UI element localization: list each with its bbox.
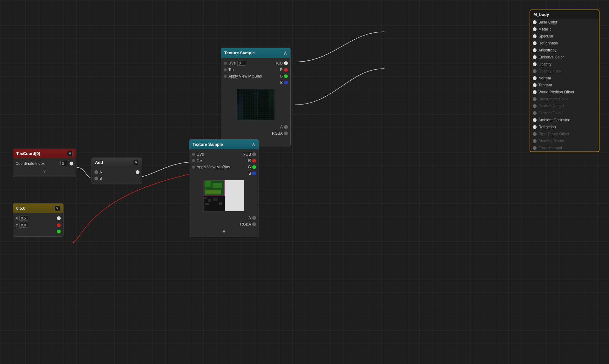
svg-rect-18 [225,180,245,212]
mbody-label-9: Tangent [538,83,552,87]
mbody-dot-0 [533,20,537,24]
mbody-label-13: Custom Data 1 [538,111,564,115]
texture-sample-node-1: Texture Sample ∧ UVs RGB Tex R [221,48,291,146]
texture-sample-1-header: Texture Sample ∧ [221,48,290,58]
tex2-tex-row: Tex R [189,158,259,164]
tex1-b-label: B [280,80,283,85]
tex2-b-label: B [248,171,251,176]
add-a-input-dot [94,170,98,174]
const2-y-label: Y [16,223,18,227]
mbody-label-1: Metallic [538,27,551,31]
mbody-dot-10 [533,90,537,94]
texcoord-coordindex-label: Coordinate Index [16,161,60,166]
const2-dropdown[interactable]: ∨ [54,206,60,211]
mbody-dot-11 [533,97,537,101]
tex2-uvs-input-dot [192,153,195,156]
tex1-a-dot [284,125,288,129]
mbody-label-12: Custom Data 0 [538,104,564,108]
tex1-rgb-dot [284,61,288,65]
mbody-label-5: Emissive Color [538,55,564,59]
mbody-label-15: Refraction [538,125,556,129]
tex2-rgb-label: RGB [243,152,251,157]
add-header: Add ∨ [92,158,142,167]
mbody-dot-9 [533,83,537,87]
texcoord-coordindex-row: Coordinate Index [13,160,76,167]
const2-title: 0.5,0 [16,206,25,211]
mbody-dot-13 [533,111,537,115]
tex2-r-dot [252,159,256,163]
const2-x-input[interactable] [19,216,28,221]
const2-x-row: X [13,215,63,222]
mbody-label-2: Specular [538,34,553,38]
texcoord-expand[interactable]: ∨ [13,167,76,175]
tex1-rgb-label: RGB [274,61,283,65]
mbody-row-specular: Specular [530,33,599,40]
add-node: Add ∨ A B [91,158,142,184]
mbody-row-pixel-depth-offset: Pixel Depth Offset [530,131,599,138]
tex1-b-row: B [221,79,290,86]
mbody-row-world-position-offset: World Position Offset [530,89,599,96]
const2-node: 0.5,0 ∨ X Y [13,203,64,237]
tex2-mip-label: Apply View MipBias [197,165,230,169]
mbody-label-0: Base Color [538,20,557,24]
texture-sample-1-collapse[interactable]: ∧ [283,50,287,56]
tex2-b-row: B [189,170,259,177]
tex2-r-label: R [248,158,251,163]
mbody-label-16: Pixel Depth Offset [538,132,569,136]
mbody-label-18: Front Material [538,146,562,150]
texture-sample-2-title: Texture Sample [193,142,223,147]
tex2-a-row: A [189,215,259,221]
tex1-a-row: A [221,124,290,130]
tex1-rgba-row: RGBA [221,130,290,137]
texture-sample-2-header: Texture Sample ∧ [189,139,259,149]
const2-y-input[interactable] [19,223,28,228]
svg-rect-8 [205,181,211,187]
tex2-expand[interactable]: ∨ [189,227,259,235]
texcoord-title: TexCoord[0] [16,151,40,156]
tex2-tex-label: Tex [197,158,203,163]
texcoord-header: TexCoord[0] ∨ [13,149,76,158]
mbody-dot-12 [533,104,537,108]
mbody-label-8: Normal [538,76,551,80]
mbody-dot-5 [533,55,537,59]
svg-rect-0 [243,91,268,119]
mbody-row-shading-model: Shading Model [530,138,599,145]
texcoord-coordindex-input[interactable] [60,161,68,166]
mbody-dot-1 [533,27,537,31]
svg-rect-13 [204,197,207,199]
tex1-preview [237,89,275,121]
tex2-b-dot [252,172,256,175]
tex1-a-label: A [280,125,283,129]
mbody-row-emissive-color: Emissive Color [530,54,599,61]
add-dropdown[interactable]: ∨ [133,160,139,165]
tex1-uvs-input[interactable] [237,61,246,66]
add-b-input-dot [94,177,98,180]
const2-green-row [13,229,63,234]
tex1-tex-row: Tex R [221,67,290,73]
tex1-r-label: R [280,68,283,72]
mbody-dot-14 [533,118,537,122]
add-a-row: A [92,169,142,175]
add-a-label: A [99,170,102,174]
svg-rect-17 [219,202,222,205]
tex1-g-label: G [280,74,283,78]
svg-rect-16 [213,198,218,201]
tex2-a-label: A [248,216,251,220]
tex1-rgba-dot [284,131,288,135]
tex1-uvs-row: UVs RGB [221,60,290,67]
svg-rect-14 [208,199,211,202]
mbody-dot-15 [533,125,537,129]
add-output-dot [136,170,139,174]
mbody-row-opacity: Opacity [530,61,599,68]
tex2-uvs-label: UVs [197,152,204,157]
tex2-g-dot [252,165,256,169]
mbody-dot-3 [533,41,537,45]
texture-sample-2-collapse[interactable]: ∧ [252,141,255,147]
const2-x-output-dot [57,216,61,220]
texcoord-dropdown[interactable]: ∨ [67,151,73,156]
mbody-row-normal: Normal [530,75,599,82]
mbody-label-3: Roughness [538,41,558,45]
tex1-mip-label: Apply View MipBias [228,74,262,78]
texcoord-node: TexCoord[0] ∨ Coordinate Index ∨ [13,149,76,177]
mbody-row-custom-data-1: Custom Data 1 [530,110,599,117]
